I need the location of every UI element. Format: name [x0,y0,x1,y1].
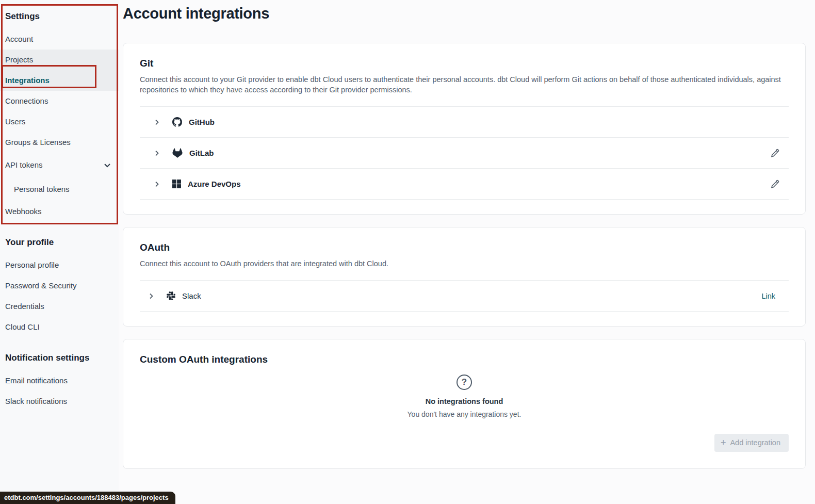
sidebar-item-cloud-cli[interactable]: Cloud CLI [0,317,119,337]
empty-state-title: No integrations found [426,397,503,405]
sidebar-item-email-notifications[interactable]: Email notifications [0,370,119,391]
sidebar-item-users[interactable]: Users [0,111,119,132]
chevron-right-icon[interactable] [147,292,155,300]
slack-row-label: Slack [182,291,201,300]
git-card: Git Connect this account to your Git pro… [123,43,806,215]
sidebar-item-password-security[interactable]: Password & Security [0,275,119,296]
sidebar-item-projects[interactable]: Projects [0,50,119,70]
sidebar-item-integrations[interactable]: Integrations [0,70,119,91]
gitlab-row-label: GitLab [189,149,214,157]
github-icon [172,117,182,127]
sidebar-item-personal-tokens[interactable]: Personal tokens [0,177,119,201]
sidebar-heading-notification-settings: Notification settings [0,349,119,370]
azure-devops-row[interactable]: Azure DevOps [140,169,789,200]
empty-state: ? No integrations found You don't have a… [140,375,789,418]
slack-icon [167,291,175,300]
link-preview-tooltip: etdbt.com/settings/accounts/188483/pages… [0,492,175,504]
github-row[interactable]: GitHub [140,107,789,138]
chevron-down-icon [103,161,111,169]
empty-state-subtitle: You don't have any integrations yet. [408,410,521,418]
chevron-right-icon[interactable] [153,118,161,126]
sidebar-item-groups-licenses[interactable]: Groups & Licenses [0,132,119,153]
add-integration-button[interactable]: + Add integration [714,434,789,452]
git-card-description: Connect this account to your Git provide… [140,74,789,95]
azure-devops-row-label: Azure DevOps [188,180,241,188]
chevron-right-icon[interactable] [153,180,161,188]
custom-oauth-card: Custom OAuth integrations ? No integrati… [123,339,806,469]
sidebar-item-connections[interactable]: Connections [0,91,119,111]
sidebar-item-account[interactable]: Account [0,29,119,50]
sidebar-item-label: API tokens [5,155,43,175]
oauth-card-title: OAuth [140,242,789,253]
github-row-label: GitHub [189,118,215,126]
git-card-title: Git [140,58,789,69]
oauth-card-description: Connect this account to OAuth providers … [140,258,789,269]
plus-icon: + [721,439,726,446]
slack-link-action[interactable]: Link [761,292,775,300]
azure-devops-icon [172,180,181,188]
add-integration-label: Add integration [730,438,780,447]
edit-gitlab-button[interactable] [770,149,779,158]
edit-azure-devops-button[interactable] [770,180,779,189]
sidebar-item-credentials[interactable]: Credentials [0,296,119,317]
sidebar-heading-settings: Settings [0,7,119,29]
main-content: Account integrations Git Connect this ac… [119,0,815,504]
sidebar-item-personal-profile[interactable]: Personal profile [0,255,119,275]
question-circle-icon: ? [457,375,472,390]
sidebar-item-webhooks[interactable]: Webhooks [0,201,119,222]
sidebar-heading-your-profile: Your profile [0,233,119,255]
sidebar-item-api-tokens[interactable]: API tokens [0,153,119,177]
settings-sidebar: Settings Account Projects Integrations C… [0,0,119,504]
sidebar-item-slack-notifications[interactable]: Slack notifications [0,391,119,412]
gitlab-row[interactable]: GitLab [140,138,789,169]
page-title: Account integrations [123,5,806,22]
gitlab-icon [172,148,183,158]
oauth-card: OAuth Connect this account to OAuth prov… [123,227,806,327]
slack-row[interactable]: Slack Link [140,281,789,312]
custom-oauth-card-title: Custom OAuth integrations [140,354,789,365]
chevron-right-icon[interactable] [153,149,161,157]
